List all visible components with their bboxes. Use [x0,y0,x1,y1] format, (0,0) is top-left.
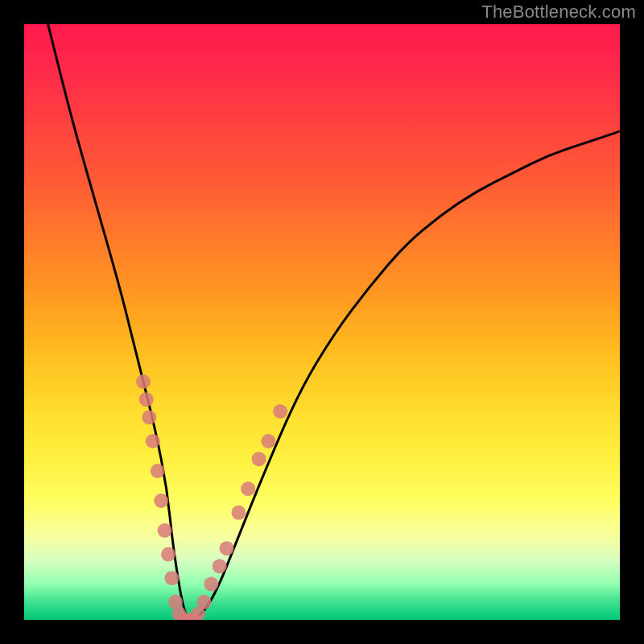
marker-point [154,493,168,508]
chart-frame: TheBottleneck.com [0,0,644,644]
plot-area [24,24,620,620]
marker-point [261,434,275,448]
marker-point [197,595,212,609]
marker-point [241,481,255,496]
chart-overlay [24,24,620,620]
marker-point [161,547,175,562]
marker-point [252,452,266,466]
marker-point [231,506,246,520]
marker-point [139,392,154,407]
bottleneck-curve [48,24,620,620]
marker-point [181,613,196,620]
marker-point [273,404,287,419]
marker-point [186,613,200,620]
marker-point [220,541,234,555]
watermark-text: TheBottleneck.com [481,2,636,23]
marker-point [146,434,160,448]
marker-point [168,595,183,609]
marker-point [165,571,180,585]
marker-point [136,374,151,389]
marker-point [176,613,191,620]
highlighted-points [136,374,287,620]
marker-point [151,464,165,478]
marker-point [204,577,218,592]
marker-point [171,607,186,620]
marker-point [158,523,172,538]
marker-point [213,559,227,573]
marker-point [191,607,205,620]
marker-point [142,410,156,424]
